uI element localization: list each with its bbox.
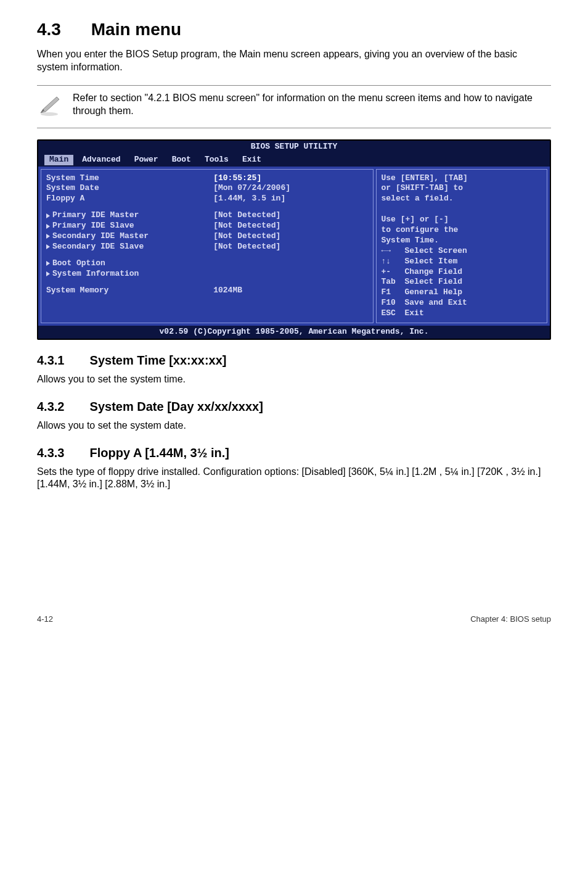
note-text: Refer to section "4.2.1 BIOS menu screen… [73,92,551,118]
pencil-icon [37,92,62,122]
desc-select-screen: Select Screen [405,246,467,257]
label-primary-ide-slave: Primary IDE Slave [52,221,134,231]
section-heading: 4.3 Main menu [37,19,551,41]
row-primary-ide-slave[interactable]: Primary IDE Slave [Not Detected] [46,221,368,231]
key-f10: F10 [382,298,405,308]
row-secondary-ide-master[interactable]: Secondary IDE Master [Not Detected] [46,231,368,242]
subsection-432-title: System Date [Day xx/xx/xxxx] [90,400,263,413]
bios-title: BIOS SETUP UTILITY [38,141,550,154]
key-arrows-ud: ↑↓ [382,257,405,267]
bios-help-text: Use [ENTER], [TAB] or [SHIFT-TAB] to sel… [382,173,542,246]
desc-change-field: Change Field [405,267,463,278]
value-floppy-a: [1.44M, 3.5 in] [213,194,285,204]
triangle-icon [46,244,50,249]
desc-general-help: General Help [405,287,463,298]
value-secondary-ide-master: [Not Detected] [213,231,280,242]
bios-left-panel: System Time [10:55:25] System Date [Mon … [41,169,374,323]
label-floppy-a: Floppy A [46,194,213,204]
label-secondary-ide-master: Secondary IDE Master [52,231,149,242]
row-primary-ide-master[interactable]: Primary IDE Master [Not Detected] [46,210,368,221]
desc-select-item: Select Item [405,257,458,267]
row-secondary-ide-slave[interactable]: Secondary IDE Slave [Not Detected] [46,242,368,252]
bios-key-help: ←→Select Screen ↑↓Select Item +-Change F… [382,246,542,319]
page-number: 4-12 [37,614,53,625]
value-secondary-ide-slave: [Not Detected] [213,242,280,252]
key-arrows-lr: ←→ [382,246,405,257]
value-system-memory: 1024MB [213,286,242,296]
key-tab: Tab [382,277,405,287]
label-secondary-ide-slave: Secondary IDE Slave [52,242,144,252]
svg-point-0 [41,112,58,116]
desc-select-field: Select Field [405,277,463,287]
value-primary-ide-master: [Not Detected] [213,210,280,221]
subsection-431-text: Allows you to set the system time. [37,373,551,386]
value-primary-ide-slave: [Not Detected] [213,221,280,231]
tab-exit[interactable]: Exit [237,155,266,165]
desc-exit: Exit [405,308,424,319]
intro-paragraph: When you enter the BIOS Setup program, t… [37,48,551,74]
key-plusminus: +- [382,267,405,278]
label-system-date: System Date [46,183,213,194]
subsection-433-heading: 4.3.3 Floppy A [1.44M, 3½ in.] [37,445,551,461]
tab-tools[interactable]: Tools [200,155,234,165]
label-boot-option: Boot Option [52,258,105,269]
row-boot-option[interactable]: Boot Option [46,258,368,269]
triangle-icon [46,234,50,239]
value-system-date: [Mon 07/24/2006] [213,183,290,194]
subsection-432-text: Allows you to set the system date. [37,419,551,432]
bios-screen: BIOS SETUP UTILITY Main Advanced Power B… [37,139,551,340]
desc-save-exit: Save and Exit [405,298,467,308]
section-number: 4.3 [37,19,86,41]
row-system-date[interactable]: System Date [Mon 07/24/2006] [46,183,368,194]
bios-menu-bar: Main Advanced Power Boot Tools Exit [38,154,550,167]
tab-power[interactable]: Power [129,155,163,165]
subsection-433-text: Sets the type of floppy drive installed.… [37,466,551,492]
label-system-information: System Information [52,269,139,279]
row-floppy-a[interactable]: Floppy A [1.44M, 3.5 in] [46,194,368,204]
subsection-433-number: 4.3.3 [37,445,86,461]
bios-copyright: v02.59 (C)Copyright 1985-2005, American … [38,326,550,339]
key-f1: F1 [382,287,405,298]
label-system-time: System Time [46,173,213,184]
subsection-432-heading: 4.3.2 System Date [Day xx/xx/xxxx] [37,398,551,415]
subsection-431-title: System Time [xx:xx:xx] [90,353,227,367]
subsection-431-heading: 4.3.1 System Time [xx:xx:xx] [37,352,551,368]
row-system-time[interactable]: System Time [10:55:25] [46,173,368,184]
label-system-memory: System Memory [46,286,213,296]
tab-boot[interactable]: Boot [167,155,196,165]
value-system-time: [10:55:25] [213,173,261,184]
row-system-memory: System Memory 1024MB [46,286,368,296]
tab-advanced[interactable]: Advanced [77,155,125,165]
triangle-icon [46,224,50,229]
row-system-information[interactable]: System Information [46,269,368,279]
key-esc: ESC [382,308,405,319]
bios-help-panel: Use [ENTER], [TAB] or [SHIFT-TAB] to sel… [376,169,548,323]
section-title-text: Main menu [91,20,181,39]
tab-main[interactable]: Main [44,155,73,165]
triangle-icon [46,213,50,218]
triangle-icon [46,261,50,266]
triangle-icon [46,271,50,276]
chapter-label: Chapter 4: BIOS setup [470,614,551,625]
subsection-432-number: 4.3.2 [37,398,86,415]
note-block: Refer to section "4.2.1 BIOS menu screen… [37,85,551,128]
page-footer: 4-12 Chapter 4: BIOS setup [37,614,551,625]
subsection-431-number: 4.3.1 [37,352,86,368]
label-primary-ide-master: Primary IDE Master [52,210,139,221]
subsection-433-title: Floppy A [1.44M, 3½ in.] [90,446,229,460]
